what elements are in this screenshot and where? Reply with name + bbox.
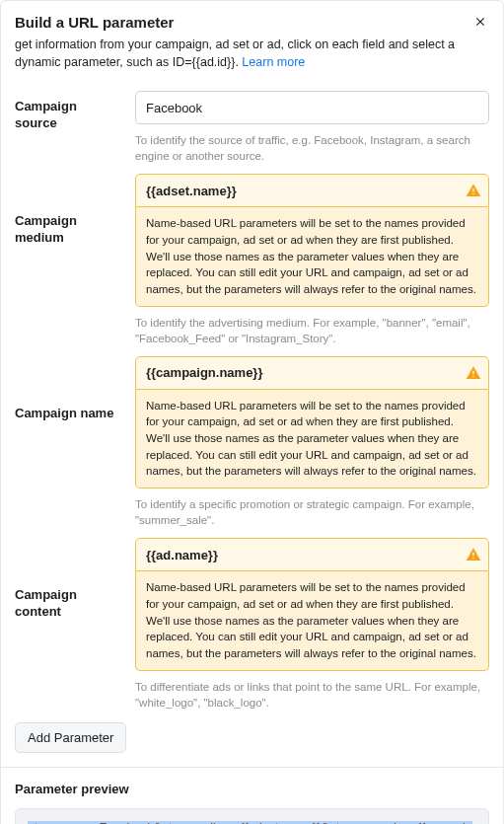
helper-campaign-name: To identify a specific promotion or stra…: [135, 496, 489, 528]
row-campaign-content: Campaign content Name-based URL paramete…: [15, 538, 489, 711]
row-campaign-source: Campaign source To identify the source o…: [15, 91, 489, 164]
intro-text: get information from your campaign, ad s…: [1, 37, 503, 81]
helper-campaign-source: To identify the source of traffic, e.g. …: [135, 132, 489, 164]
warning-campaign-medium: Name-based URL parameters will be set to…: [135, 207, 489, 306]
input-campaign-content[interactable]: [135, 538, 489, 571]
warning-icon: [466, 547, 481, 562]
intro-text-content: get information from your campaign, ad s…: [15, 37, 455, 69]
label-campaign-name: Campaign name: [15, 356, 121, 422]
warning-campaign-name: Name-based URL parameters will be set to…: [135, 390, 489, 488]
helper-campaign-content: To differentiate ads or links that point…: [135, 679, 489, 711]
row-campaign-medium: Campaign medium Name-based URL parameter…: [15, 174, 489, 346]
add-parameter-button[interactable]: Add Parameter: [15, 722, 126, 753]
helper-campaign-medium: To identify the advertising medium. For …: [135, 315, 489, 346]
input-campaign-source[interactable]: [135, 91, 489, 124]
modal-header: Build a URL parameter: [1, 1, 503, 37]
learn-more-link[interactable]: Learn more: [242, 55, 305, 69]
parameter-preview-section: Parameter preview utm_source=Facebook&ut…: [1, 767, 503, 824]
row-campaign-name: Campaign name Name-based URL parameters …: [15, 356, 489, 529]
warning-campaign-content: Name-based URL parameters will be set to…: [135, 571, 489, 670]
close-icon: [473, 15, 487, 29]
parameter-preview-title: Parameter preview: [15, 782, 489, 796]
input-campaign-name[interactable]: [135, 356, 489, 390]
parameter-preview-box[interactable]: utm_source=Facebook&utm_medium={{adset.n…: [15, 808, 489, 824]
warning-icon: [466, 365, 481, 381]
close-button[interactable]: [471, 13, 489, 31]
label-campaign-medium: Campaign medium: [15, 174, 121, 247]
input-campaign-medium[interactable]: [135, 174, 489, 207]
url-parameter-modal: Build a URL parameter get information fr…: [0, 0, 504, 824]
label-campaign-content: Campaign content: [15, 538, 121, 621]
modal-title: Build a URL parameter: [15, 14, 174, 31]
warning-icon: [466, 183, 481, 198]
label-campaign-source: Campaign source: [15, 91, 121, 132]
